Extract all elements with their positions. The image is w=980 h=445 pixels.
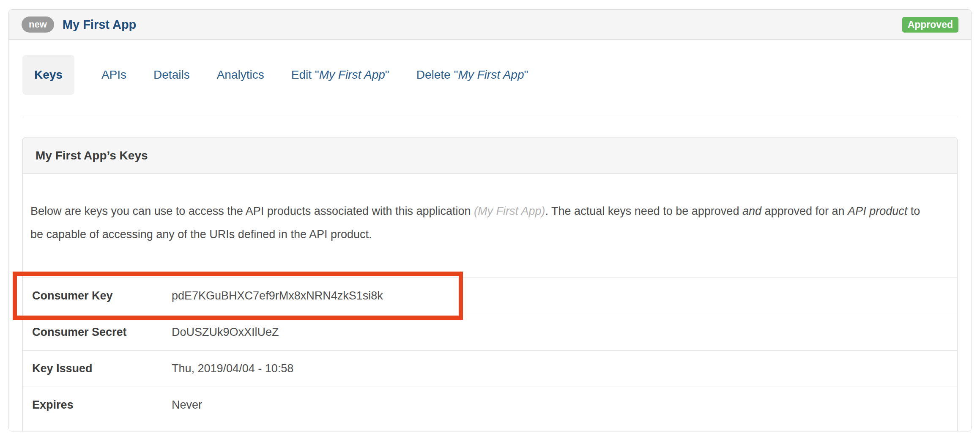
tab-edit-app[interactable]: Edit "My First App": [291, 68, 389, 82]
consumer-secret-value: DoUSZUk9OxXIlUeZ: [172, 326, 279, 339]
tab-edit-suffix: ": [385, 68, 389, 81]
status-badge-approved: Approved: [902, 17, 958, 33]
consumer-secret-label: Consumer Secret: [32, 326, 172, 339]
new-badge: new: [22, 16, 54, 33]
desc-emphasis-api-product: API product: [848, 205, 907, 217]
keys-panel-title: My First App’s Keys: [36, 149, 944, 162]
key-row-key-issued: Key Issued Thu, 2019/04/04 - 10:58: [23, 350, 957, 387]
key-issued-value: Thu, 2019/04/04 - 10:58: [172, 362, 293, 375]
section-divider: [22, 117, 958, 117]
tab-delete-prefix: Delete ": [416, 68, 458, 81]
keys-table: Consumer Key pdE7KGuBHXC7ef9rMx8xNRN4zkS…: [23, 277, 957, 431]
consumer-key-label: Consumer Key: [32, 289, 172, 302]
desc-text-1: Below are keys you can use to access the…: [30, 205, 474, 217]
consumer-key-value: pdE7KGuBHXC7ef9rMx8xNRN4zkS1si8k: [172, 289, 383, 302]
app-card-header: new My First App Approved: [9, 10, 971, 40]
keys-description: Below are keys you can use to access the…: [23, 185, 952, 266]
tab-keys[interactable]: Keys: [22, 55, 74, 95]
tab-analytics[interactable]: Analytics: [217, 68, 264, 82]
tab-delete-app[interactable]: Delete "My First App": [416, 68, 528, 82]
tab-edit-prefix: Edit ": [291, 68, 319, 81]
expires-label: Expires: [32, 398, 172, 412]
tab-details[interactable]: Details: [153, 68, 190, 82]
app-title: My First App: [63, 18, 137, 32]
desc-emphasis-and: and: [742, 205, 761, 217]
keys-panel: My First App’s Keys Below are keys you c…: [22, 137, 958, 431]
expires-value: Never: [172, 398, 202, 412]
tab-bar: Keys APIs Details Analytics Edit "My Fir…: [22, 55, 958, 95]
tab-delete-app-name: My First App: [458, 68, 524, 81]
app-card: new My First App Approved Keys APIs Deta…: [8, 9, 972, 431]
app-card-body: Keys APIs Details Analytics Edit "My Fir…: [9, 55, 971, 431]
key-row-expires: Expires Never: [23, 387, 957, 423]
tab-delete-suffix: ": [524, 68, 528, 81]
key-row-consumer-key: Consumer Key pdE7KGuBHXC7ef9rMx8xNRN4zkS…: [23, 277, 957, 314]
keys-panel-header: My First App’s Keys: [23, 138, 957, 174]
tab-edit-app-name: My First App: [319, 68, 385, 81]
desc-text-2: . The actual keys need to be approved: [545, 205, 742, 217]
desc-text-3: approved for an: [761, 205, 848, 217]
key-issued-label: Key Issued: [32, 362, 172, 375]
desc-app-ref: (My First App): [474, 205, 545, 217]
key-row-consumer-secret: Consumer Secret DoUSZUk9OxXIlUeZ: [23, 314, 957, 350]
tab-apis[interactable]: APIs: [101, 68, 126, 82]
